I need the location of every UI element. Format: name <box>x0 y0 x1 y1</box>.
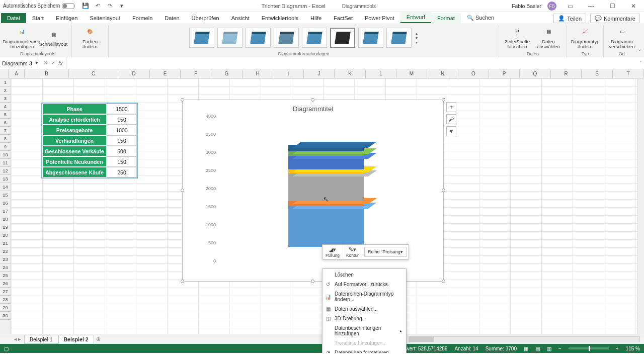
column-headers[interactable]: ABCDEFGHIJKLMNOPQRST <box>9 69 644 78</box>
move-chart-button[interactable]: ▭Diagramm verschieben <box>608 25 636 50</box>
series-selector[interactable]: Reihe "Preisang ▾ <box>364 247 407 257</box>
view-pagebreak-icon[interactable]: ▥ <box>547 346 551 351</box>
fill-button[interactable]: ◢▾Füllung <box>323 245 343 259</box>
chart-style-4[interactable] <box>274 28 299 48</box>
formula-bar[interactable] <box>66 57 637 69</box>
expand-formula-bar-icon[interactable]: ˅ <box>637 61 644 66</box>
tab-data[interactable]: Daten <box>158 13 185 23</box>
resize-handle[interactable] <box>181 189 184 192</box>
toggle-icon[interactable] <box>62 3 75 9</box>
add-chart-element-button[interactable]: 📊Diagrammelement hinzufügen <box>8 25 36 50</box>
resize-handle[interactable] <box>442 280 445 283</box>
cell-grid[interactable]: Phase1500Analyse erforderlich150Preisang… <box>11 78 644 334</box>
chart-elements-button[interactable]: + <box>446 102 456 112</box>
tab-view[interactable]: Ansicht <box>225 13 256 23</box>
redo-icon[interactable]: ↷ <box>106 3 113 10</box>
tab-powerpivot[interactable]: Power Pivot <box>359 13 400 23</box>
row-headers[interactable]: 1234567891011121314151617181920212223242… <box>0 78 11 334</box>
share-button[interactable]: 👤 Teilen <box>553 14 586 23</box>
outline-button[interactable]: ✎▾Kontur <box>343 245 362 259</box>
zoom-slider[interactable] <box>569 347 609 349</box>
chart-style-6[interactable] <box>330 28 355 48</box>
select-data-button[interactable]: ▦Daten auswählen <box>534 25 562 50</box>
cancel-formula-icon[interactable]: ✕ <box>43 60 48 66</box>
tab-start[interactable]: Start <box>26 13 50 23</box>
horizontal-scrollbar[interactable] <box>409 336 640 342</box>
undo-icon[interactable]: ↶ <box>94 3 101 10</box>
tab-factset[interactable]: FactSet <box>328 13 359 23</box>
maximize-icon[interactable]: ☐ <box>605 3 620 10</box>
chart-style-7[interactable] <box>358 28 383 48</box>
ctx-daten-ausw-hlen-[interactable]: ▦Daten auswählen... <box>323 304 406 314</box>
fx-icon[interactable]: fx <box>58 60 63 66</box>
resize-handle[interactable] <box>311 280 314 283</box>
chart-filters-button[interactable]: ▼ <box>446 126 456 136</box>
tab-insert[interactable]: Einfügen <box>50 13 84 23</box>
data-table[interactable]: Phase1500Analyse erforderlich150Preisang… <box>41 103 138 178</box>
user-avatar[interactable]: FB <box>547 2 556 11</box>
zoom-out-icon[interactable]: − <box>558 346 561 351</box>
tab-formulas[interactable]: Formeln <box>126 13 158 23</box>
ctx-l-schen[interactable]: Löschen <box>323 270 406 280</box>
resize-handle[interactable] <box>181 98 184 102</box>
chart-styles-button[interactable]: 🖌 <box>446 114 456 124</box>
chart-title[interactable]: Diagrammtitel <box>183 100 443 118</box>
ctx-auf-formatvorl-zur-cks-[interactable]: ↺Auf Formatvorl. zurücks. <box>323 280 406 289</box>
tab-design[interactable]: Entwurf <box>400 12 431 23</box>
ctx-datenreihen-formatieren-[interactable]: ◔Datenreihen formatieren... <box>323 348 406 353</box>
series-Potentielle Neukunden[interactable] <box>288 151 364 155</box>
tab-format[interactable]: Format <box>431 13 461 23</box>
series-Abgeschlossene Käufe[interactable] <box>288 145 364 152</box>
tab-scroll-right-icon[interactable]: ▸ <box>18 336 21 342</box>
ribbon-display-icon[interactable]: ▭ <box>562 3 578 10</box>
sheet-tab-1[interactable]: Beispiel 1 <box>24 335 58 344</box>
change-colors-button[interactable]: 🎨Farben ändern <box>76 25 104 50</box>
vertical-scrollbar[interactable] <box>637 78 644 334</box>
ctx-datenbeschriftungen-hinzuf-gen[interactable]: Datenbeschriftungen hinzufügen▸ <box>323 323 406 338</box>
tell-me-search[interactable]: 🔍 Suchen <box>461 13 500 23</box>
collapse-ribbon-icon[interactable]: ˄ <box>638 49 641 56</box>
view-normal-icon[interactable]: ▦ <box>524 346 528 351</box>
series-Analyse erforderlich[interactable] <box>288 201 364 205</box>
resize-handle[interactable] <box>442 98 445 102</box>
zoom-level[interactable]: 115 % <box>626 346 640 351</box>
view-pagelayout-icon[interactable]: ▤ <box>535 346 540 351</box>
add-sheet-button[interactable]: ⊕ <box>94 336 103 342</box>
user-name[interactable]: Fabio Basler <box>512 3 541 9</box>
resize-handle[interactable] <box>311 98 314 102</box>
enter-formula-icon[interactable]: ✓ <box>51 60 55 66</box>
ctx-datenreihen-diagrammtyp-ndern-[interactable]: 📊Datenreihen-Diagrammtyp ändern... <box>323 289 406 304</box>
gallery-down-icon[interactable]: ▾ <box>416 36 418 40</box>
minimize-icon[interactable]: — <box>584 3 599 10</box>
chart-style-3[interactable] <box>246 28 271 48</box>
chart-style-8[interactable] <box>386 28 412 48</box>
series-Phase[interactable] <box>288 206 364 247</box>
gallery-more-icon[interactable]: ▾ <box>416 40 418 45</box>
chart-style-1[interactable] <box>189 28 214 48</box>
comments-button[interactable]: 💬 Kommentare <box>590 14 640 23</box>
y-axis[interactable]: 05001000150020002500300035004000 <box>203 121 218 266</box>
series-Preisangebote[interactable] <box>288 173 364 201</box>
macro-record-icon[interactable]: ▢ <box>4 346 9 351</box>
select-all-cell[interactable] <box>0 69 9 78</box>
qat-customize-icon[interactable]: ▾ <box>118 3 125 10</box>
close-icon[interactable]: ✕ <box>626 3 641 10</box>
name-box[interactable]: Diagramm 3▾ <box>0 57 40 69</box>
series-Geschlossene Verkäufe[interactable] <box>288 156 364 170</box>
stacked-column[interactable]: 1 <box>288 136 364 247</box>
resize-handle[interactable] <box>442 189 445 192</box>
series-Verhandlungen[interactable] <box>288 169 364 173</box>
quick-layout-button[interactable]: ▦Schnelllayout <box>39 25 67 50</box>
zoom-in-icon[interactable]: + <box>616 346 619 351</box>
sheet-tab-2[interactable]: Beispiel 2 <box>58 335 94 344</box>
autosave-toggle[interactable]: Automatisches Speichern <box>3 3 75 9</box>
tab-scroll-left-icon[interactable]: ◂ <box>14 336 17 342</box>
tab-developer[interactable]: Entwicklertools <box>256 13 304 23</box>
tab-pagelayout[interactable]: Seitenlayout <box>84 13 126 23</box>
change-chart-type-button[interactable]: 📈Diagrammtyp ändern <box>571 25 599 50</box>
tab-help[interactable]: Hilfe <box>304 13 328 23</box>
chart-style-5[interactable] <box>302 28 327 48</box>
save-icon[interactable]: 💾 <box>82 3 89 10</box>
chart-style-2[interactable] <box>217 28 243 48</box>
gallery-up-icon[interactable]: ▴ <box>416 31 418 36</box>
